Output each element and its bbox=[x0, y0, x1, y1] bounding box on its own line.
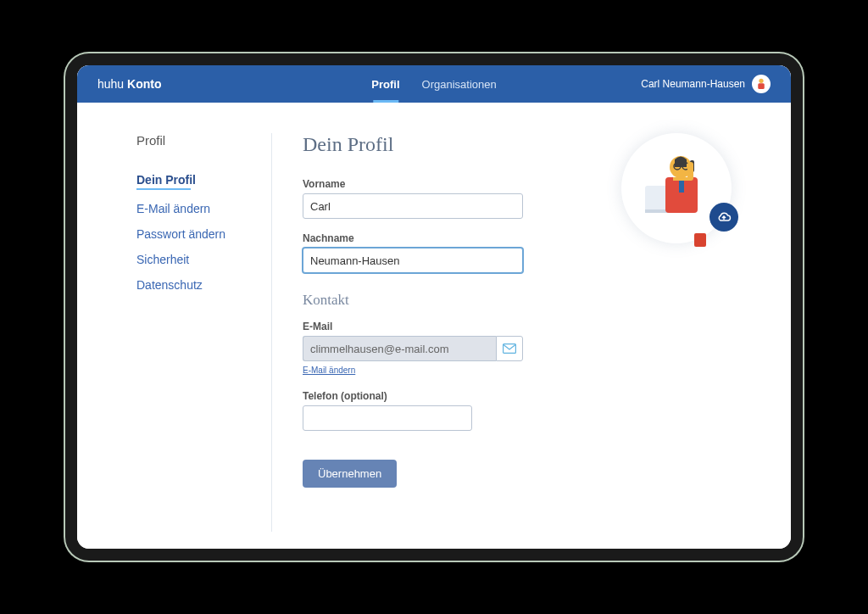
nachname-input[interactable] bbox=[303, 248, 523, 273]
sidebar-item-dein-profil[interactable]: Dein Profil bbox=[136, 173, 254, 190]
brand-name: Konto bbox=[127, 77, 161, 91]
vorname-input[interactable] bbox=[303, 193, 523, 219]
field-vorname: Vorname bbox=[303, 178, 587, 219]
field-nachname: Nachname bbox=[303, 232, 587, 273]
vorname-label: Vorname bbox=[303, 178, 587, 190]
illustration-column bbox=[621, 133, 757, 532]
brand-prefix: huhu bbox=[97, 77, 124, 91]
submit-button[interactable]: Übernehmen bbox=[303, 460, 397, 488]
sidebar-title: Profil bbox=[136, 133, 254, 148]
kontakt-heading: Kontakt bbox=[303, 292, 587, 309]
telefon-label: Telefon (optional) bbox=[303, 390, 587, 402]
svg-rect-1 bbox=[758, 83, 765, 89]
telefon-input[interactable] bbox=[303, 405, 472, 431]
main-panel: Dein Profil Vorname Nachname Kontakt E-M… bbox=[272, 133, 757, 532]
content-area: Profil Dein Profil E-Mail ändern Passwor… bbox=[77, 103, 791, 549]
email-change-link[interactable]: E-Mail ändern bbox=[303, 366, 355, 375]
tab-profil[interactable]: Profil bbox=[371, 65, 399, 103]
avatar-icon bbox=[752, 75, 771, 93]
field-email: E-Mail E-Mail ändern bbox=[303, 321, 587, 377]
user-menu[interactable]: Carl Neumann-Hausen bbox=[641, 75, 771, 93]
email-input bbox=[303, 336, 496, 361]
user-display-name: Carl Neumann-Hausen bbox=[641, 78, 745, 90]
profile-form: Dein Profil Vorname Nachname Kontakt E-M… bbox=[303, 133, 587, 532]
sidebar-item-email-aendern[interactable]: E-Mail ändern bbox=[136, 202, 254, 215]
top-tabs: Profil Organisationen bbox=[371, 65, 496, 103]
sidebar-item-datenschutz[interactable]: Datenschutz bbox=[136, 278, 254, 292]
cloud-upload-icon[interactable] bbox=[709, 203, 738, 232]
tablet-frame: huhu Konto Profil Organisationen Carl Ne… bbox=[65, 53, 803, 561]
tab-organisationen[interactable]: Organisationen bbox=[422, 65, 497, 103]
field-telefon: Telefon (optional) bbox=[303, 390, 587, 431]
sidebar-item-passwort-aendern[interactable]: Passwort ändern bbox=[136, 227, 254, 241]
email-label: E-Mail bbox=[303, 321, 587, 332]
mail-icon[interactable] bbox=[496, 336, 523, 361]
svg-point-0 bbox=[759, 79, 763, 83]
sidebar: Profil Dein Profil E-Mail ändern Passwor… bbox=[136, 133, 272, 532]
app-screen: huhu Konto Profil Organisationen Carl Ne… bbox=[77, 65, 791, 549]
topbar: huhu Konto Profil Organisationen Carl Ne… bbox=[77, 65, 791, 103]
nachname-label: Nachname bbox=[303, 232, 587, 244]
brand: huhu Konto bbox=[97, 77, 161, 91]
page-title: Dein Profil bbox=[303, 133, 587, 156]
svg-rect-12 bbox=[687, 162, 693, 181]
document-icon bbox=[694, 233, 706, 247]
sidebar-item-sicherheit[interactable]: Sicherheit bbox=[136, 253, 254, 266]
profile-illustration bbox=[621, 133, 732, 243]
